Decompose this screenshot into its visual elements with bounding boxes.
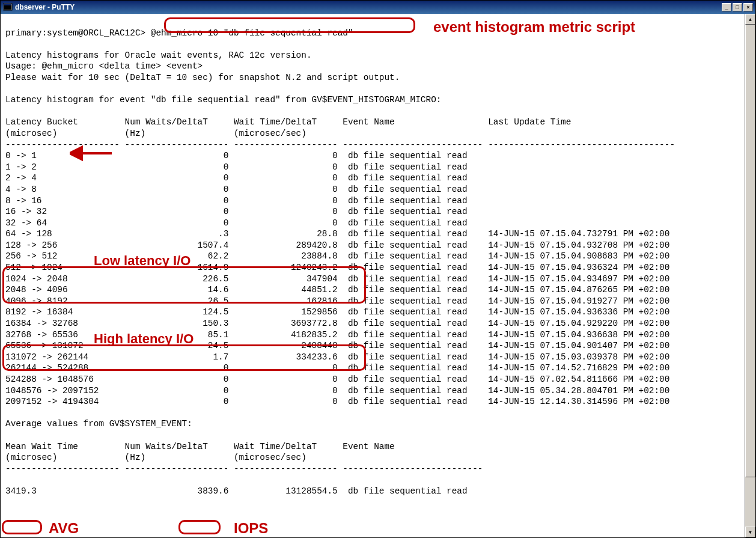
terminal-icon — [3, 2, 13, 12]
scroll-thumb[interactable] — [745, 25, 755, 477]
svg-rect-1 — [4, 4, 11, 5]
scroll-up-button[interactable]: ▲ — [745, 14, 755, 25]
close-button[interactable]: × — [743, 3, 753, 11]
window-titlebar: dbserver - PuTTY _ □ × — [1, 1, 755, 14]
minimize-button[interactable]: _ — [722, 3, 731, 11]
window-title: dbserver - PuTTY — [15, 3, 722, 11]
terminal-output[interactable]: primary:system@ORCL_RAC12C> @ehm_micro 1… — [1, 14, 745, 537]
maximize-button[interactable]: □ — [733, 3, 742, 11]
svg-rect-2 — [4, 5, 11, 10]
scrollbar[interactable]: ▲ ▼ — [745, 14, 755, 537]
scroll-down-button[interactable]: ▼ — [745, 527, 755, 537]
